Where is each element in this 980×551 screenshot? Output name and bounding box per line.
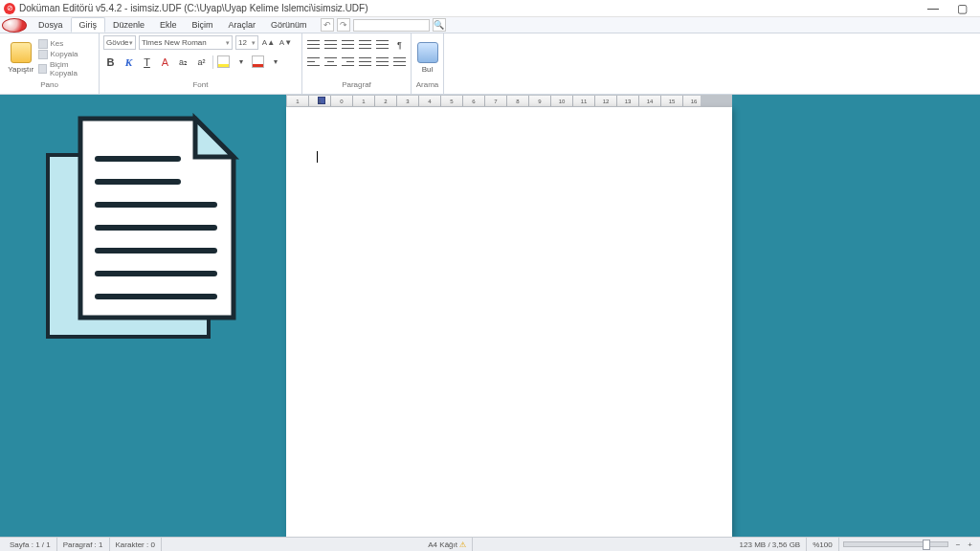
group-pano: Yapıştır Kes Kopyala Biçim Kopyala Pano: [0, 33, 100, 94]
status-memory: 123 MB / 3,56 GB: [734, 538, 808, 551]
align-center-button[interactable]: [323, 55, 338, 68]
tab-araclar[interactable]: Araçlar: [221, 18, 264, 32]
clipboard-icon: [11, 42, 32, 63]
ribbon: Yapıştır Kes Kopyala Biçim Kopyala Pano …: [0, 33, 980, 95]
align-right-button[interactable]: [341, 55, 355, 68]
paste-label: Yapıştır: [8, 65, 33, 74]
borders-button[interactable]: [392, 55, 407, 68]
zoom-thumb[interactable]: [923, 540, 930, 550]
tab-dosya[interactable]: Dosya: [31, 18, 71, 32]
qat-redo-icon[interactable]: ↷: [337, 18, 350, 32]
status-paper: A4 Kâğıt ⚠: [422, 538, 473, 551]
subscript-button[interactable]: a₂: [176, 55, 190, 69]
grow-font-button[interactable]: A▲: [261, 35, 276, 50]
font-color-button[interactable]: [252, 55, 264, 68]
decrease-indent-button[interactable]: [358, 38, 372, 51]
tab-gorunum[interactable]: Görünüm: [263, 18, 315, 32]
font-color-dropdown-icon[interactable]: ▾: [268, 55, 282, 69]
group-label-font: Font: [103, 80, 298, 92]
copy-button[interactable]: Kopyala: [38, 50, 96, 59]
zoom-in-button[interactable]: +: [964, 540, 976, 549]
tab-giris[interactable]: Giriş: [71, 17, 106, 33]
cut-button[interactable]: Kes: [38, 39, 96, 49]
font-size-combo[interactable]: 12▾: [235, 35, 258, 50]
bullets-button[interactable]: [306, 38, 321, 51]
zoom-slider[interactable]: [843, 541, 948, 547]
document-stack-icon: [42, 113, 243, 342]
find-label: Bul: [422, 65, 434, 74]
ruler-margin-end: [701, 96, 731, 106]
brush-icon: [38, 64, 47, 74]
app-icon: ⊘: [4, 3, 15, 14]
align-justify-button[interactable]: [358, 55, 372, 68]
tab-duzenle[interactable]: Düzenle: [105, 18, 152, 32]
title-bar: ⊘ Doküman Editörü v5.4.2 - isimsiz.UDF (…: [0, 0, 980, 17]
zoom-out-button[interactable]: −: [952, 540, 965, 549]
group-font: Gövde▾ Times New Roman▾ 12▾ A▲ A▼ B K T …: [100, 33, 302, 94]
underline-button[interactable]: T: [140, 55, 154, 69]
workspace: 1 1 0 1 2 3 4 5 6 7 8 9 10 11 12 13 14 1…: [0, 95, 980, 537]
horizontal-ruler[interactable]: 1 1 0 1 2 3 4 5 6 7 8 9 10 11 12 13 14 1…: [286, 95, 732, 107]
tab-ekle[interactable]: Ekle: [152, 18, 185, 32]
find-button[interactable]: Bul: [415, 42, 439, 74]
superscript-button[interactable]: a²: [194, 55, 209, 69]
warning-icon: ⚠: [459, 540, 466, 549]
tab-bicim[interactable]: Biçim: [185, 18, 221, 32]
document-page[interactable]: [286, 107, 732, 537]
font-family-combo[interactable]: Times New Roman▾: [139, 35, 233, 50]
qat-search-icon[interactable]: 🔍: [433, 18, 446, 32]
menu-bar: Dosya Giriş Düzenle Ekle Biçim Araçlar G…: [0, 17, 980, 33]
scissors-icon: [38, 39, 48, 49]
numbering-button[interactable]: [323, 38, 338, 51]
status-page: Sayfa : 1 / 1: [4, 538, 57, 551]
font-color-a-button[interactable]: A: [158, 55, 172, 69]
group-label-paragraf: Paragraf: [306, 80, 407, 92]
italic-button[interactable]: K: [122, 55, 136, 69]
highlight-color-button[interactable]: [217, 55, 230, 68]
paste-button[interactable]: Yapıştır: [4, 42, 38, 74]
status-bar: Sayfa : 1 / 1 Paragraf : 1 Karakter : 0 …: [0, 537, 980, 551]
group-arama: Bul Arama: [412, 33, 444, 94]
status-zoom: %100: [807, 538, 838, 551]
window-title: Doküman Editörü v5.4.2 - isimsiz.UDF (C:…: [19, 3, 368, 13]
line-spacing-button[interactable]: [375, 55, 390, 68]
increase-indent-button[interactable]: [375, 38, 390, 51]
format-painter-button[interactable]: Biçim Kopyala: [38, 60, 96, 77]
maximize-button[interactable]: ▢: [947, 2, 976, 15]
minimize-button[interactable]: —: [919, 2, 947, 15]
qat-undo-icon[interactable]: ↶: [321, 18, 334, 32]
svg-marker-2: [195, 119, 234, 157]
align-left-button[interactable]: [306, 55, 321, 68]
qat-search-input[interactable]: [353, 19, 430, 32]
shrink-font-button[interactable]: A▼: [278, 35, 293, 50]
status-paragraph: Paragraf : 1: [57, 538, 110, 551]
bold-button[interactable]: B: [103, 55, 118, 69]
text-cursor: [317, 151, 318, 163]
binoculars-icon: [417, 42, 438, 63]
quick-access-toolbar: ↶ ↷ 🔍: [321, 18, 446, 32]
style-combo[interactable]: Gövde▾: [103, 35, 136, 50]
paragraph-marks-button[interactable]: ¶: [392, 37, 407, 52]
group-label-arama: Arama: [415, 80, 439, 92]
highlight-dropdown-icon[interactable]: ▾: [234, 55, 248, 69]
app-orb-button[interactable]: [2, 18, 27, 33]
group-paragraf: ¶ Paragraf: [302, 33, 412, 94]
status-char: Karakter : 0: [110, 538, 162, 551]
group-label-pano: Pano: [4, 80, 95, 92]
multilevel-button[interactable]: [341, 38, 355, 51]
copy-icon: [38, 50, 48, 59]
